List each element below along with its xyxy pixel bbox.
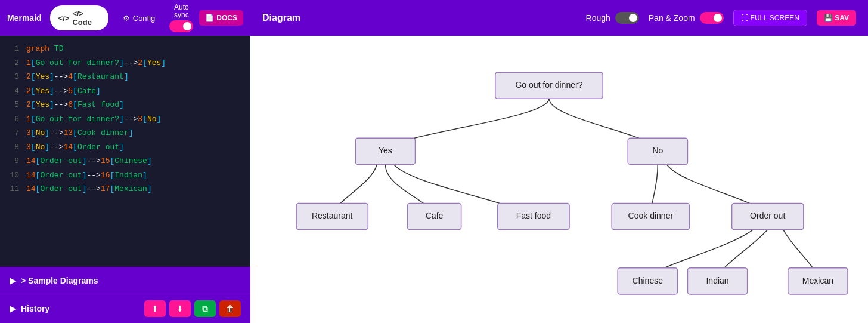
node-orderout-label: Order out xyxy=(750,211,785,220)
history-copy-button[interactable]: ⧉ xyxy=(194,300,216,317)
node-cookdinner-label: Cook dinner xyxy=(628,211,674,220)
code-editor[interactable]: 1 graph TD 2 1[Go out for dinner?] --> 2… xyxy=(0,36,250,267)
node-no-label: No xyxy=(652,146,663,155)
code-tab-label: </> Code xyxy=(72,9,100,27)
code-line-11: 11 14[Order out] --> 17[Mexican] xyxy=(0,182,250,196)
pan-zoom-toggle[interactable] xyxy=(700,12,724,24)
sample-diagrams-toggle[interactable]: ▶ > Sample Diagrams xyxy=(0,267,250,294)
history-bar: ▶ History ⬆ ⬇ ⧉ 🗑 xyxy=(0,294,250,323)
config-tab-label: Config xyxy=(133,14,156,23)
node-yes-label: Yes xyxy=(379,146,392,155)
auto-sync-section: Autosync xyxy=(169,4,193,32)
node-restaurant-label: Restaurant xyxy=(312,211,353,220)
save-button[interactable]: 💾 SAV xyxy=(817,10,856,26)
rough-section: Rough xyxy=(586,12,639,24)
rough-toggle[interactable] xyxy=(615,12,639,24)
code-line-1: 1 graph TD xyxy=(0,42,250,56)
code-line-10: 10 14[Order out] --> 16[Indian] xyxy=(0,168,250,183)
node-chinese-label: Chinese xyxy=(633,276,664,285)
diagram-canvas[interactable]: Go out for dinner? Yes No Restaurant Caf… xyxy=(250,36,868,323)
tab-config[interactable]: ⚙ Config xyxy=(114,10,164,26)
tab-code[interactable]: </> </> Code xyxy=(50,5,108,30)
auto-sync-toggle[interactable] xyxy=(169,20,193,32)
left-panel: Mermaid </> </> Code ⚙ Config Autosync 📄… xyxy=(0,0,250,323)
code-line-6: 6 1[Go out for dinner?] --> 3[No] xyxy=(0,112,250,127)
code-line-5: 5 2[Yes] --> 6[Fast food] xyxy=(0,98,250,112)
fullscreen-icon: ⛶ xyxy=(741,14,748,22)
rough-label: Rough xyxy=(586,13,610,23)
history-upload-button[interactable]: ⬆ xyxy=(144,300,166,317)
pan-zoom-section: Pan & Zoom xyxy=(649,12,724,24)
save-label: SAV xyxy=(835,14,849,22)
code-line-2: 2 1[Go out for dinner?] --> 2[Yes] xyxy=(0,56,250,70)
pan-zoom-label: Pan & Zoom xyxy=(649,13,695,23)
save-icon: 💾 xyxy=(824,14,833,22)
history-delete-button[interactable]: 🗑 xyxy=(219,300,241,317)
history-buttons: ⬆ ⬇ ⧉ 🗑 xyxy=(144,300,241,317)
bottom-section: ▶ > Sample Diagrams ▶ History ⬆ ⬇ ⧉ 🗑 xyxy=(0,267,250,323)
chevron-right-icon: ▶ xyxy=(10,276,16,285)
node-mexican-label: Mexican xyxy=(802,276,833,285)
diagram-title: Diagram xyxy=(262,13,576,23)
code-line-3: 3 2[Yes] --> 4[Restaurant] xyxy=(0,70,250,84)
code-brackets-icon: </> xyxy=(58,14,70,23)
code-line-7: 7 3[No] --> 13[Cook dinner] xyxy=(0,126,250,140)
history-text: History xyxy=(21,304,49,313)
fullscreen-button[interactable]: ⛶ FULL SCREEN xyxy=(733,10,807,26)
history-download-button[interactable]: ⬇ xyxy=(169,300,191,317)
diagram-header: Diagram Rough Pan & Zoom ⛶ FULL SCREEN 💾… xyxy=(250,0,868,36)
code-line-9: 9 14[Order out] --> 15[Chinese] xyxy=(0,154,250,168)
auto-sync-label: Autosync xyxy=(174,4,189,19)
docs-label: DOCS xyxy=(216,14,237,22)
mermaid-logo: Mermaid xyxy=(7,13,42,23)
code-line-8: 8 3[No] --> 14[Order out] xyxy=(0,140,250,155)
top-bar: Mermaid </> </> Code ⚙ Config Autosync 📄… xyxy=(0,0,250,36)
node-indian-label: Indian xyxy=(706,276,728,285)
history-chevron-icon: ▶ xyxy=(10,304,16,313)
docs-button[interactable]: 📄 DOCS xyxy=(199,10,243,26)
node-root-label: Go out for dinner? xyxy=(515,80,582,90)
history-label: ▶ History xyxy=(10,304,140,313)
sample-diagrams-label: > Sample Diagrams xyxy=(21,276,98,285)
docs-icon: 📄 xyxy=(205,14,214,22)
right-panel: Diagram Rough Pan & Zoom ⛶ FULL SCREEN 💾… xyxy=(250,0,868,323)
node-fastfood-label: Fast food xyxy=(516,211,551,220)
diagram-svg: Go out for dinner? Yes No Restaurant Caf… xyxy=(250,36,868,323)
node-cafe-label: Cafe xyxy=(426,211,444,220)
gear-icon: ⚙ xyxy=(123,14,130,23)
fullscreen-label: FULL SCREEN xyxy=(751,14,799,22)
code-line-4: 4 2[Yes] --> 5[Cafe] xyxy=(0,84,250,99)
